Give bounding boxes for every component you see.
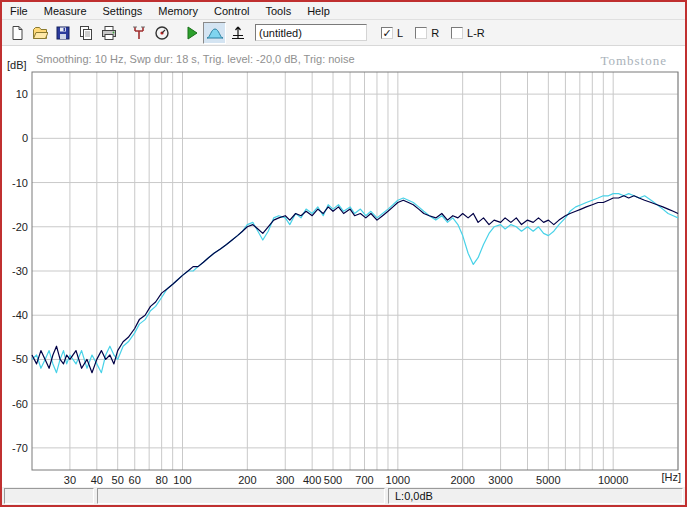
watermark-text: Tombstone <box>600 53 667 69</box>
svg-text:40: 40 <box>91 474 103 486</box>
svg-text:-70: -70 <box>12 442 28 454</box>
svg-text:10000: 10000 <box>598 474 629 486</box>
l-minus-r-label: L-R <box>467 27 485 39</box>
right-channel-label: R <box>431 27 439 39</box>
svg-text:3000: 3000 <box>488 474 512 486</box>
frequency-response-button[interactable] <box>203 22 226 44</box>
svg-text:10: 10 <box>16 88 28 100</box>
l-minus-r-checkbox-box[interactable]: ✓ <box>451 27 463 39</box>
open-file-button[interactable] <box>28 22 51 44</box>
left-channel-checkbox-box[interactable]: ✓ <box>381 27 393 39</box>
toolbar: ✓ L ✓ R ✓ L-R <box>2 20 685 46</box>
impulse-response-button[interactable] <box>226 22 249 44</box>
x-axis-unit-label: [Hz] <box>661 471 681 483</box>
svg-text:-20: -20 <box>12 221 28 233</box>
new-file-icon <box>9 25 25 41</box>
svg-text:-10: -10 <box>12 177 28 189</box>
svg-text:100: 100 <box>173 474 191 486</box>
svg-text:-30: -30 <box>12 265 28 277</box>
status-panel-left <box>4 488 94 504</box>
svg-text:-40: -40 <box>12 309 28 321</box>
save-button[interactable] <box>51 22 74 44</box>
checkbox-right-channel[interactable]: ✓ R <box>415 27 439 39</box>
signal-generator-button[interactable] <box>127 22 150 44</box>
level-meter-button[interactable] <box>150 22 173 44</box>
impulse-response-icon <box>230 25 246 41</box>
svg-text:400: 400 <box>303 474 321 486</box>
status-panel-middle <box>97 488 385 504</box>
channel-select-group: ✓ L ✓ R ✓ L-R <box>381 27 497 39</box>
checkbox-left-channel[interactable]: ✓ L <box>381 27 403 39</box>
svg-text:700: 700 <box>355 474 373 486</box>
left-channel-label: L <box>397 27 403 39</box>
toolbar-separator <box>173 22 180 44</box>
svg-text:-50: -50 <box>12 353 28 365</box>
play-button[interactable] <box>180 22 203 44</box>
svg-text:2000: 2000 <box>450 474 474 486</box>
save-icon <box>55 25 71 41</box>
menu-bar: File Measure Settings Memory Control Too… <box>2 2 685 20</box>
svg-text:60: 60 <box>129 474 141 486</box>
cursor-level-readout: L:0,0dB <box>395 490 433 502</box>
menu-measure[interactable]: Measure <box>36 3 95 19</box>
frequency-response-plot[interactable]: 100-10-20-30-40-50-60-703040506080100200… <box>2 46 685 486</box>
svg-text:80: 80 <box>156 474 168 486</box>
play-icon <box>184 25 200 41</box>
frequency-response-chart-area[interactable]: 100-10-20-30-40-50-60-703040506080100200… <box>2 46 685 486</box>
signal-generator-icon <box>131 25 147 41</box>
svg-text:5000: 5000 <box>536 474 560 486</box>
open-folder-icon <box>32 25 48 41</box>
print-button[interactable] <box>97 22 120 44</box>
svg-text:200: 200 <box>238 474 256 486</box>
menu-tools[interactable]: Tools <box>257 3 299 19</box>
menu-help[interactable]: Help <box>299 3 338 19</box>
toolbar-separator <box>120 22 127 44</box>
menu-control[interactable]: Control <box>206 3 257 19</box>
level-meter-icon <box>154 25 170 41</box>
menu-memory[interactable]: Memory <box>150 3 206 19</box>
y-axis-unit-label: [dB] <box>7 59 27 71</box>
right-channel-checkbox-box[interactable]: ✓ <box>415 27 427 39</box>
menu-file[interactable]: File <box>2 3 36 19</box>
svg-text:0: 0 <box>22 132 28 144</box>
copy-icon <box>78 25 94 41</box>
svg-text:300: 300 <box>276 474 294 486</box>
status-panel-cursor-readout: L:0,0dB <box>388 488 683 504</box>
print-icon <box>101 25 117 41</box>
measurement-info-text: Smoothing: 10 Hz, Swp dur: 18 s, Trig. l… <box>36 53 355 65</box>
svg-text:30: 30 <box>64 474 76 486</box>
filename-input[interactable] <box>255 24 367 41</box>
frequency-response-icon <box>206 25 224 41</box>
svg-text:1000: 1000 <box>386 474 410 486</box>
app-window: File Measure Settings Memory Control Too… <box>0 0 687 507</box>
checkbox-l-minus-r[interactable]: ✓ L-R <box>451 27 485 39</box>
new-file-button[interactable] <box>5 22 28 44</box>
status-bar: L:0,0dB <box>2 486 685 505</box>
svg-text:500: 500 <box>324 474 342 486</box>
copy-button[interactable] <box>74 22 97 44</box>
menu-settings[interactable]: Settings <box>95 3 151 19</box>
svg-text:-60: -60 <box>12 398 28 410</box>
svg-text:50: 50 <box>112 474 124 486</box>
